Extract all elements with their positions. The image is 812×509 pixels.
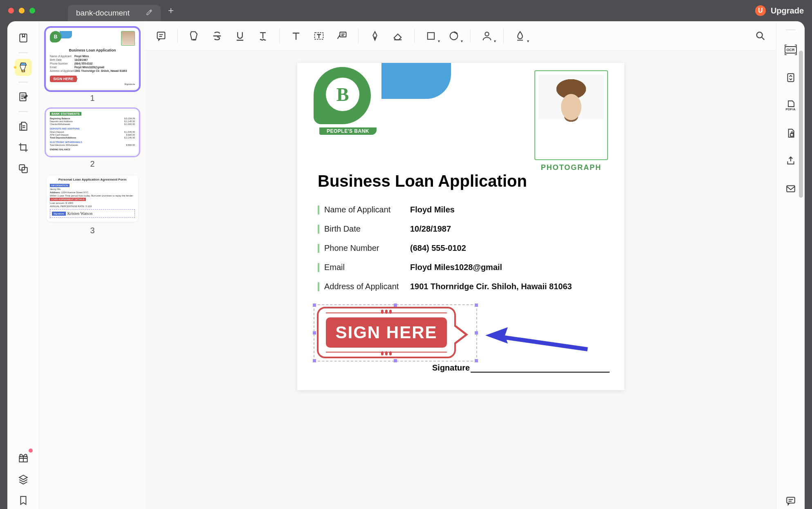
applicant-fields: Name of Applicant Floyd Miles Birth Date… [297,190,624,300]
svg-rect-15 [790,134,793,136]
field-row: Address of Applicant 1901 Thornridge Cir… [318,277,604,296]
resize-handle[interactable] [313,304,316,307]
thumbnail-number: 2 [47,155,138,170]
svg-rect-6 [157,32,165,38]
left-tool-rail [7,21,39,509]
field-value: (684) 555-0102 [410,243,466,253]
thumbnail-page-2[interactable]: BANK STATEMENTS Beginning Balance$ 5,234… [47,109,138,155]
thumbnails-panel[interactable]: Business Loan Application Name of Applic… [39,21,146,509]
rename-tab-icon[interactable] [146,9,153,17]
mini-logo-icon [50,31,61,42]
resize-handle[interactable] [394,359,397,362]
squiggly-tool-button[interactable] [253,26,273,46]
dropdown-caret-icon: ▾ [494,39,496,43]
dropdown-caret-icon: ▾ [438,39,440,43]
resize-handle[interactable] [475,359,478,362]
strikethrough-tool-button[interactable] [207,26,227,46]
ink-sign-tool-button[interactable]: ▾ [510,26,530,46]
gift-button[interactable] [15,449,32,467]
rail-separator [786,29,796,30]
search-button[interactable] [751,26,770,46]
svg-rect-16 [787,185,795,192]
underline-tool-button[interactable] [230,26,250,46]
ocr-button[interactable]: OCR [783,42,799,58]
textbox-tool-button[interactable] [309,26,329,46]
page-edit-tool-button[interactable] [15,118,32,135]
document-title: Business Loan Application [297,172,624,190]
bookmark-ribbon-button[interactable] [15,492,32,509]
field-accent-bar [318,225,319,234]
document-tab[interactable]: bank-document [68,5,161,21]
thumb2-title: BANK STATEMENTS [50,112,81,116]
comments-panel-button[interactable] [783,493,799,509]
close-window-button[interactable] [8,8,14,13]
pdfa-label: PDF/A [786,107,796,111]
compare-tool-button[interactable] [15,160,32,177]
share-button[interactable] [783,153,799,169]
thumb1-title: Business Loan Application [50,48,135,52]
thumbnail-item[interactable]: Personal Loan Application Agreement Form… [47,175,138,237]
thumbnail-page-3[interactable]: Personal Loan Application Agreement Form… [47,175,138,222]
resize-handle[interactable] [475,331,478,335]
toolbar-separator [177,29,178,43]
highlighter-tool-button[interactable] [184,26,204,46]
resize-handle[interactable] [313,359,316,362]
page-canvas[interactable]: B PEOPLE'S BANK PHOTOGRAPH Business Loan… [297,63,624,390]
layers-button[interactable] [15,471,32,488]
text-tool-button[interactable] [286,26,306,46]
crop-tool-button[interactable] [15,139,32,156]
thumbnail-number: 1 [47,89,138,105]
pdfa-button[interactable]: PDF/A [783,97,799,114]
svg-rect-0 [20,34,27,42]
eraser-tool-button[interactable] [388,26,408,46]
stamp-tool-button[interactable]: ▾ [444,26,464,46]
signature-underline [471,364,610,373]
resize-handle[interactable] [475,304,478,307]
field-value: Floyd Miles [410,205,455,214]
thumb3-title: Personal Loan Application Agreement Form [50,178,135,181]
shape-tool-button[interactable]: ▾ [421,26,441,46]
upgrade-button[interactable]: U Upgrade [755,5,804,16]
ocr-label: OCR [787,48,795,52]
email-button[interactable] [783,181,799,197]
maximize-window-button[interactable] [29,8,35,13]
document-viewport[interactable]: B PEOPLE'S BANK PHOTOGRAPH Business Loan… [146,51,776,509]
field-accent-bar [318,244,319,253]
applicant-photo [538,74,604,156]
signature-profile-button[interactable]: ▾ [477,26,497,46]
sign-here-area: SIGN HERE Signature [314,304,608,378]
svg-rect-8 [340,32,346,37]
highlight-tool-button[interactable] [15,59,32,76]
toolbar-separator [503,29,504,43]
note-tool-button[interactable] [151,26,171,46]
callout-tool-button[interactable] [332,26,352,46]
thumbnail-item[interactable]: Business Loan Application Name of Applic… [47,29,138,105]
svg-rect-9 [428,32,434,39]
vertical-scrollbar[interactable] [799,51,803,198]
convert-button[interactable] [783,69,799,86]
resize-handle[interactable] [394,304,397,307]
fill-sign-tool-button[interactable] [15,88,32,105]
annotation-toolbar: ▾ ▾ ▾ ▾ [146,21,776,51]
new-tab-button[interactable]: + [161,5,181,16]
photograph-label: PHOTOGRAPH [534,163,608,172]
lock-document-button[interactable] [783,125,799,141]
document-tab-label: bank-document [76,9,130,18]
window-controls [8,8,35,13]
svg-rect-1 [22,70,25,72]
thumbnail-page-1[interactable]: Business Loan Application Name of Applic… [47,29,138,89]
pen-tool-button[interactable] [365,26,385,46]
stamp-decoration [381,310,392,314]
field-value: 10/28/1987 [410,224,451,234]
minimize-window-button[interactable] [19,8,25,13]
bookmark-panel-button[interactable] [15,29,32,47]
sign-here-stamp[interactable]: SIGN HERE [317,307,456,358]
blue-accent-shape [381,63,451,99]
svg-point-11 [485,32,489,36]
toolbar-separator [279,29,280,43]
field-row: Phone Number (684) 555-0102 [318,239,604,258]
thumbnail-item[interactable]: BANK STATEMENTS Beginning Balance$ 5,234… [47,109,138,170]
thumb1-sign-stamp: SIGN HERE [50,76,77,82]
resize-handle[interactable] [313,331,316,335]
page-header: B PEOPLE'S BANK PHOTOGRAPH [297,63,624,172]
